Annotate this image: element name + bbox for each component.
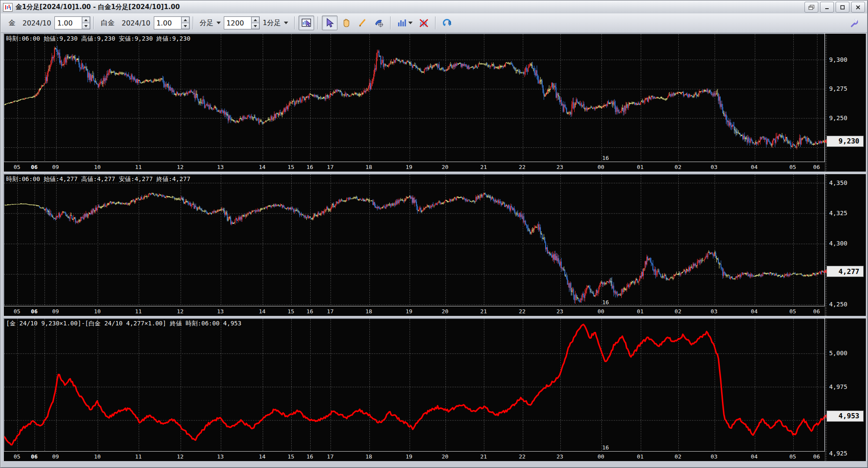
time-tick-label: 00: [598, 453, 604, 460]
spread-readout: [金 24/10 9,230×1.00]-[白金 24/10 4,277×1.0…: [6, 320, 242, 328]
toolbar-separator: [93, 16, 94, 29]
pointer-tool-button[interactable]: [322, 16, 337, 30]
time-tick-label: 06: [813, 164, 820, 170]
time-tick-label: 05: [14, 453, 21, 460]
time-tick-label: 06: [813, 308, 820, 315]
bar-count-input[interactable]: [224, 17, 251, 29]
bar-count-down-button[interactable]: [251, 23, 259, 29]
remove-chart-button[interactable]: [416, 16, 432, 30]
platinum-multiplier-down-button[interactable]: [181, 23, 189, 29]
platinum-multiplier-input[interactable]: [154, 17, 181, 29]
time-tick-label: 01: [637, 164, 644, 170]
time-tick-label: 17: [327, 453, 334, 460]
time-tick-label: 21: [480, 164, 487, 170]
gold-symbol-label: 金: [9, 19, 16, 28]
platinum-chart-plot[interactable]: 時刻:06:00 始値:4,277 高値:4,277 安値:4,277 終値:4…: [4, 174, 824, 306]
chart-type-button[interactable]: [394, 16, 415, 30]
time-tick-label: 18: [366, 164, 372, 170]
current-price-box: 9,230: [827, 136, 864, 147]
gold-multiplier-down-button[interactable]: [82, 23, 90, 29]
time-tick-label: 11: [135, 453, 142, 460]
toolbar: 金 2024/10 白金 2024/10 分足: [1, 13, 867, 33]
time-tick-label: 09: [52, 308, 59, 315]
interval-dropdown[interactable]: 1分足: [260, 17, 291, 29]
time-tick-label: 04: [751, 453, 758, 460]
time-tick-label: 06: [31, 308, 38, 315]
gold-multiplier-up-button[interactable]: [82, 17, 90, 23]
spread-chart-plot[interactable]: [金 24/10 9,230×1.00]-[白金 24/10 4,277×1.0…: [4, 318, 824, 452]
time-tick-label: 23: [556, 308, 563, 315]
close-button[interactable]: [851, 2, 865, 13]
time-tick-label: 10: [94, 164, 101, 170]
price-tick-label: 9,250: [829, 115, 847, 121]
time-tick-label: 17: [327, 308, 334, 315]
time-tick-label: 02: [674, 308, 681, 315]
interval-label: 1分足: [263, 19, 281, 28]
platinum-multiplier-up-button[interactable]: [181, 17, 189, 23]
time-tick-label: 12: [177, 453, 184, 460]
current-price-marker-icon: [824, 139, 827, 143]
dropdown-caret-icon: [284, 22, 288, 24]
time-tick-label: 00: [598, 164, 604, 170]
settings-button[interactable]: [847, 16, 862, 30]
time-tick-label: 14: [259, 308, 266, 315]
price-tick-label: 4,925: [829, 450, 847, 457]
title-bar[interactable]: 金1分足[2024/10]1.00 - 白金1分足[2024/10]1.00: [1, 1, 867, 14]
gold-chart-panel: 時刻:06:00 始値:9,230 高値:9,230 安値:9,230 終値:9…: [1, 33, 867, 172]
time-tick-label: 17: [327, 164, 334, 170]
time-tick-label: 01: [637, 308, 644, 315]
up-arrow-icon: [184, 19, 187, 21]
time-tick-label: 09: [52, 453, 59, 460]
toolbar-separator: [193, 16, 194, 29]
window-title: 金1分足[2024/10]1.00 - 白金1分足[2024/10]1.00: [16, 3, 803, 11]
gold-contract-label: 2024/10: [22, 19, 51, 27]
price-tick-label: 4,325: [829, 210, 847, 216]
time-tick-label: 06: [31, 164, 38, 170]
price-tick-label: 9,275: [829, 85, 847, 92]
bar-count-spinner: [224, 16, 260, 29]
draw-line-tool-button[interactable]: [355, 16, 370, 30]
pan-tool-button[interactable]: [338, 16, 354, 30]
time-tick-label: 18: [366, 308, 372, 315]
time-tick-label: 05: [14, 308, 21, 315]
time-tick-label: 22: [519, 164, 526, 170]
delete-chart-icon: [419, 18, 429, 28]
gold-multiplier-spinner: [54, 16, 90, 29]
time-tick-label: 13: [217, 164, 224, 170]
time-tick-label: 22: [519, 308, 526, 315]
toolbar-separator: [435, 16, 436, 29]
gold-multiplier-input[interactable]: [55, 17, 82, 29]
refresh-button[interactable]: R: [439, 16, 455, 30]
price-tick-label: 4,250: [829, 301, 847, 308]
time-tick-label: 15: [287, 453, 294, 460]
time-tick-label: 06: [31, 453, 38, 460]
time-tick-label: 13: [217, 453, 224, 460]
time-tick-label: 03: [711, 453, 718, 460]
price-tick-label: 9,300: [829, 56, 847, 63]
time-tick-label: 10: [94, 453, 101, 460]
spread-price-axis: 5,0004,9754,9254,953: [825, 318, 866, 461]
down-arrow-icon: [84, 25, 88, 27]
price-tick-label: 4,300: [829, 240, 847, 247]
chart-select-mode-button[interactable]: [299, 16, 314, 30]
app-chart-icon: [3, 3, 13, 12]
time-tick-label: 21: [480, 453, 487, 460]
time-tick-label: 00: [598, 308, 604, 315]
gold-chart-plot[interactable]: 時刻:06:00 始値:9,230 高値:9,230 安値:9,230 終値:9…: [4, 34, 824, 162]
up-arrow-icon: [84, 19, 88, 21]
chart-cursor-icon: [301, 18, 312, 28]
toolbar-separator: [390, 16, 391, 29]
bar-chart-icon: [397, 18, 407, 28]
time-tick-label: 20: [442, 453, 448, 460]
period-type-label: 分足: [200, 19, 213, 28]
minimize-button[interactable]: [820, 2, 834, 13]
maximize-button[interactable]: [836, 2, 849, 13]
marker-tool-button[interactable]: [371, 16, 387, 30]
date-change-label: 16: [602, 444, 609, 451]
bar-count-up-button[interactable]: [251, 17, 259, 23]
cascade-window-button[interactable]: [804, 2, 818, 13]
time-tick-label: 03: [711, 308, 718, 315]
toolbar-separator: [294, 16, 295, 29]
period-type-dropdown[interactable]: 分足: [197, 17, 224, 29]
svg-text:R: R: [448, 21, 451, 25]
